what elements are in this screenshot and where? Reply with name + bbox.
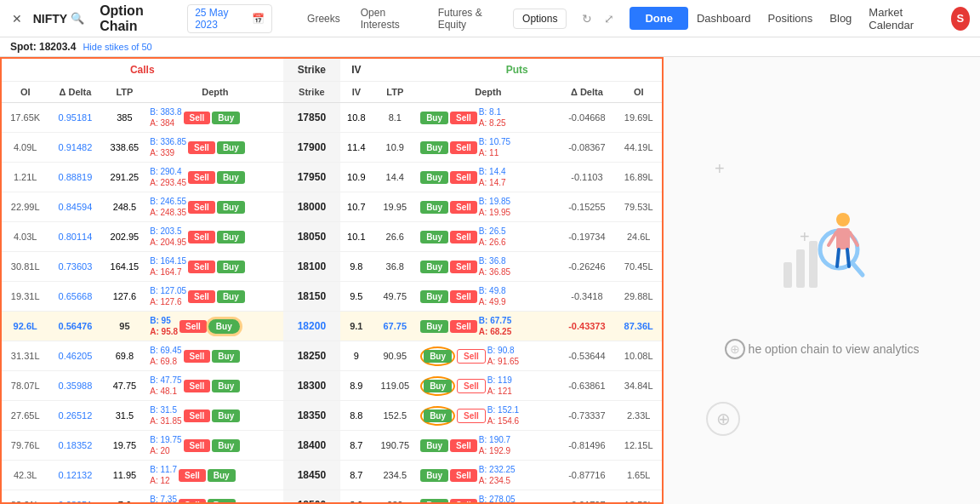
put-buy-button[interactable]: Buy: [420, 499, 448, 505]
call-buy-button[interactable]: Buy: [212, 350, 240, 363]
put-sell-button[interactable]: Sell: [457, 379, 486, 393]
call-buy-button[interactable]: Buy: [217, 261, 245, 273]
put-sell-button[interactable]: Sell: [450, 320, 477, 333]
tab-open-interests[interactable]: Open Interests: [351, 3, 427, 35]
cell-c-depth: B: 19.75 A: 20 Sell Buy: [147, 431, 282, 461]
done-button[interactable]: Done: [630, 7, 688, 30]
table-row: 4.09L0.91482338.65 B: 336.85 A: 339 Sell…: [2, 133, 662, 163]
cell-strike: 17850: [283, 103, 341, 133]
call-sell-button[interactable]: Sell: [184, 350, 211, 363]
cell-iv: 10.9: [340, 163, 372, 192]
call-buy-button[interactable]: Buy: [217, 201, 245, 214]
put-sell-button[interactable]: Sell: [457, 409, 486, 423]
cell-c-oi: 1.21L: [2, 163, 48, 192]
call-buy-button[interactable]: Buy: [208, 319, 240, 334]
call-buy-button[interactable]: Buy: [208, 499, 236, 505]
call-buy-button[interactable]: Buy: [208, 469, 236, 482]
cell-c-depth: B: 31.5 A: 31.85 Sell Buy: [147, 401, 282, 431]
put-sell-button[interactable]: Sell: [450, 141, 477, 154]
put-sell-button[interactable]: Sell: [450, 231, 477, 243]
call-sell-button[interactable]: Sell: [184, 380, 211, 392]
cell-c-ltp: 19.75: [102, 431, 148, 461]
tab-futures-equity[interactable]: Futures & Equity: [429, 3, 511, 35]
put-buy-button[interactable]: Buy: [420, 469, 448, 482]
put-buy-button[interactable]: Buy: [420, 261, 448, 273]
put-sell-button[interactable]: Sell: [450, 112, 477, 124]
call-sell-button[interactable]: Sell: [184, 112, 211, 124]
call-sell-button[interactable]: Sell: [188, 290, 215, 303]
nav-market-calendar[interactable]: Market Calendar: [869, 6, 933, 32]
cell-c-depth: B: 127.05 A: 127.6 Sell Buy: [147, 282, 282, 312]
call-sell-button[interactable]: Sell: [188, 201, 215, 214]
call-sell-button[interactable]: Sell: [184, 439, 211, 452]
call-sell-button[interactable]: Sell: [179, 499, 206, 505]
call-sell-button[interactable]: Sell: [188, 171, 215, 184]
close-icon[interactable]: ✕: [10, 11, 25, 26]
put-sell-button[interactable]: Sell: [450, 261, 477, 273]
nav-dashboard[interactable]: Dashboard: [697, 12, 751, 25]
cell-c-ltp: 95: [102, 312, 148, 341]
call-sell-button[interactable]: Sell: [184, 410, 211, 422]
put-sell-button[interactable]: Sell: [450, 201, 477, 214]
cell-iv: 9: [340, 341, 372, 371]
put-buy-button[interactable]: Buy: [424, 380, 452, 392]
put-sell-button[interactable]: Sell: [450, 499, 477, 505]
put-sell-button[interactable]: Sell: [450, 469, 477, 482]
tab-greeks[interactable]: Greeks: [298, 9, 350, 29]
call-buy-button[interactable]: Buy: [217, 231, 245, 243]
call-sell-button[interactable]: Sell: [188, 141, 215, 154]
cell-p-ltp: 36.8: [372, 252, 418, 282]
call-buy-button[interactable]: Buy: [212, 380, 240, 392]
refresh-icon[interactable]: ↻: [582, 12, 592, 26]
cell-p-depth: Buy Sell B: 26.5 A: 26.6: [418, 222, 558, 252]
call-sell-button[interactable]: Sell: [188, 231, 215, 243]
put-buy-button[interactable]: Buy: [420, 171, 448, 184]
call-buy-button[interactable]: Buy: [212, 112, 240, 124]
cell-iv: 8.7: [340, 461, 372, 490]
expand-icon[interactable]: ⤢: [604, 12, 614, 26]
cell-strike: 18000: [283, 192, 341, 222]
nav-blog[interactable]: Blog: [829, 12, 852, 25]
call-buy-button[interactable]: Buy: [217, 171, 245, 184]
call-buy-button[interactable]: Buy: [217, 290, 245, 303]
cell-c-depth: B: 336.85 A: 339 Sell Buy: [147, 133, 282, 163]
put-buy-button[interactable]: Buy: [420, 112, 448, 124]
nav-positions[interactable]: Positions: [768, 12, 813, 25]
cell-iv: 8.8: [340, 401, 372, 431]
call-sell-button[interactable]: Sell: [179, 469, 206, 482]
date-badge[interactable]: 25 May 2023 📅: [187, 4, 272, 33]
put-buy-button[interactable]: Buy: [420, 320, 448, 333]
call-sell-button[interactable]: Sell: [179, 320, 207, 333]
table-row: 22.99L0.84594248.5 B: 246.55 A: 248.35 S…: [2, 192, 662, 222]
put-buy-button[interactable]: Buy: [424, 350, 452, 363]
illustration-svg: [771, 203, 873, 322]
call-sell-button[interactable]: Sell: [188, 261, 215, 273]
put-buy-button[interactable]: Buy: [420, 439, 448, 452]
cell-p-oi: 24.6L: [615, 222, 662, 252]
cell-p-delta: -0.3418: [558, 282, 615, 312]
put-sell-button[interactable]: Sell: [450, 439, 477, 452]
call-buy-button[interactable]: Buy: [212, 410, 240, 422]
col-strike: Strike: [283, 82, 341, 103]
cell-p-depth: Buy Sell B: 90.8 A: 91.65: [418, 341, 558, 371]
put-buy-button[interactable]: Buy: [424, 410, 452, 422]
put-buy-button[interactable]: Buy: [420, 201, 448, 214]
cell-p-ltp: 280: [372, 490, 418, 505]
tab-options[interactable]: Options: [513, 9, 567, 29]
put-buy-button[interactable]: Buy: [420, 290, 448, 303]
put-buy-button[interactable]: Buy: [420, 141, 448, 154]
search-icon[interactable]: 🔍: [71, 12, 84, 25]
cell-c-depth: B: 203.5 A: 204.95 Sell Buy: [147, 222, 282, 252]
avatar[interactable]: S: [951, 7, 970, 31]
call-buy-button[interactable]: Buy: [212, 439, 240, 452]
cell-p-delta: -0.08367: [558, 133, 615, 163]
put-sell-button[interactable]: Sell: [457, 349, 486, 364]
cell-p-delta: -0.73337: [558, 401, 615, 431]
cell-c-oi: 79.76L: [2, 431, 48, 461]
call-buy-button[interactable]: Buy: [217, 141, 245, 154]
put-sell-button[interactable]: Sell: [450, 171, 477, 184]
put-buy-button[interactable]: Buy: [420, 231, 448, 243]
put-sell-button[interactable]: Sell: [450, 290, 477, 303]
col-p-oi: OI: [615, 82, 662, 103]
hide-strikes-link[interactable]: Hide stikes of 50: [83, 42, 151, 52]
